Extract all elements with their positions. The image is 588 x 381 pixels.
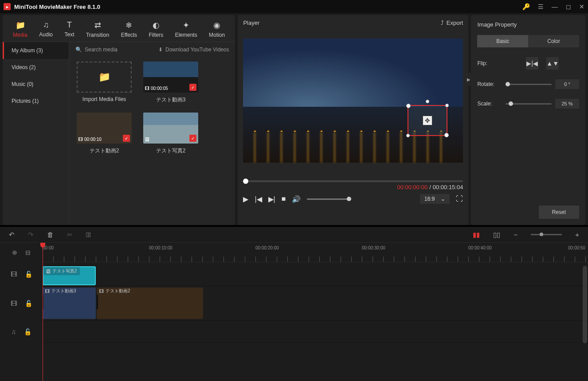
timeline-tracks[interactable]: 00:00 00:00:10:00 00:00:20:00 00:00:30:0… (43, 243, 588, 381)
scale-label: Scale: (477, 101, 502, 107)
tab-transition[interactable]: ⇄Transition (84, 18, 111, 41)
move-icon[interactable]: ✥ (423, 116, 432, 125)
window-minimize-icon[interactable]: — (552, 3, 558, 10)
tool-tabs: 📁Media ♫Audio TText ⇄Transition ❄Effects… (3, 15, 235, 42)
timeline-toolbar: ↶ ↷ 🗑 ✂ ✂⃞ ▮▮ ▯▯ − + (0, 227, 588, 243)
timeline-panel: ↶ ↷ 🗑 ✂ ✂⃞ ▮▮ ▯▯ − + ⊕ ⊟ 🎞 🔓 (0, 225, 588, 381)
library-categories: My Album (3) Videos (2) Music (0) Pictur… (3, 42, 69, 225)
tab-color[interactable]: Color (528, 35, 579, 47)
tab-media[interactable]: 📁Media (11, 18, 29, 41)
stop-button[interactable]: ■ (282, 195, 286, 203)
volume-slider[interactable] (307, 198, 351, 200)
image-icon: 🖼 (145, 137, 149, 142)
category-music[interactable]: Music (0) (3, 76, 69, 93)
add-track-button[interactable]: ⊕ (12, 249, 17, 256)
rotate-label: Rotate: (477, 81, 502, 87)
flip-vertical-button[interactable]: ▲▼ (546, 57, 559, 70)
volume-icon[interactable]: 🔊 (292, 195, 301, 203)
media-item[interactable]: 🎞00:00:05 ✓ テスト動画3 (142, 62, 200, 104)
tab-motion[interactable]: ◉Motion (207, 18, 227, 41)
delete-button[interactable]: 🗑 (47, 231, 54, 238)
swap-icon: ⇄ (94, 20, 101, 30)
zoom-out-button[interactable]: − (514, 231, 517, 238)
remove-track-button[interactable]: ⊟ (25, 249, 31, 256)
media-item[interactable]: 🎞00:00:10 ✓ テスト動画2 (75, 113, 133, 155)
scale-value[interactable]: 25 % (555, 99, 579, 109)
window-maximize-icon[interactable]: ◻ (566, 3, 571, 10)
player-title: Player (243, 19, 440, 26)
tab-text[interactable]: TText (63, 18, 76, 41)
tab-audio[interactable]: ♫Audio (37, 18, 55, 41)
overlay-clip[interactable]: 🖼テスト写真2 (43, 266, 96, 285)
property-panel: ▶ Image Property Basic Color Flip: ▶|◀ ▲… (471, 15, 585, 225)
seek-bar[interactable] (243, 180, 463, 182)
video-clip[interactable]: 🎞テスト動画3 (43, 288, 96, 319)
preview-canvas[interactable]: ✥ (243, 39, 463, 163)
search-media[interactable]: 🔍 Search media (75, 47, 154, 53)
video-icon: 🎞 (145, 86, 149, 91)
category-my-album[interactable]: My Album (3) (3, 42, 69, 59)
tab-effects[interactable]: ❄Effects (119, 18, 139, 41)
lock-icon[interactable]: 🔓 (24, 328, 31, 335)
playhead[interactable] (43, 243, 43, 381)
lock-icon[interactable]: 🔓 (25, 271, 32, 278)
undo-button[interactable]: ↶ (9, 231, 15, 239)
upgrade-key-icon[interactable]: 🔑 (522, 3, 530, 10)
window-close-icon[interactable]: ✕ (579, 3, 584, 10)
tab-basic[interactable]: Basic (477, 35, 528, 47)
video-icon: 🎞 (99, 289, 104, 294)
flip-horizontal-button[interactable]: ▶|◀ (526, 57, 538, 70)
rotate-value[interactable]: 0 ° (555, 79, 579, 89)
export-button[interactable]: ⤴ Export (441, 19, 463, 26)
music-icon: ♫ (43, 20, 49, 30)
search-placeholder: Search media (85, 47, 118, 53)
chevron-down-icon: ⌄ (441, 196, 445, 202)
property-title: Image Property (477, 21, 579, 28)
player-panel: Player ⤴ Export ✥ 00:00:00:00 (238, 15, 468, 225)
filters-icon: ◐ (153, 20, 160, 30)
motion-icon: ◉ (213, 20, 220, 30)
redo-button[interactable]: ↷ (28, 231, 34, 239)
download-icon: ⬇ (158, 47, 163, 53)
export-icon: ⤴ (441, 19, 444, 26)
download-youtube-link[interactable]: ⬇ Download YouTube Videos (158, 47, 229, 53)
crop-button[interactable]: ✂⃞ (86, 231, 91, 238)
fullscreen-icon[interactable]: ⛶ (456, 195, 463, 203)
menu-icon[interactable]: ☰ (538, 3, 544, 10)
rotate-slider[interactable] (506, 84, 552, 85)
timeline-ruler[interactable]: 00:00 00:00:10:00 00:00:20:00 00:00:30:0… (43, 243, 588, 262)
magnet-on-icon[interactable]: ▮▮ (473, 231, 480, 239)
folder-icon: 📁 (98, 71, 110, 83)
lock-icon[interactable]: 🔓 (25, 300, 32, 307)
prev-frame-button[interactable]: |◀ (255, 195, 262, 203)
zoom-slider[interactable] (531, 234, 562, 235)
aspect-ratio-select[interactable]: 16:9 ⌄ (420, 194, 450, 204)
star-icon: ✦ (183, 20, 189, 30)
overlay-transform-box[interactable]: ✥ (408, 105, 447, 136)
text-icon: T (67, 20, 72, 30)
collapse-properties-button[interactable]: ▶ (466, 73, 471, 86)
video-icon: 🎞 (78, 137, 83, 142)
tab-elements[interactable]: ✦Elements (173, 18, 199, 41)
zoom-in-button[interactable]: + (575, 231, 579, 238)
play-button[interactable]: ▶ (243, 195, 248, 203)
total-time: 00:00:15:04 (433, 184, 463, 190)
audio-track-icon: ♫ (11, 328, 16, 335)
tab-filters[interactable]: ◐Filters (147, 18, 165, 41)
check-icon: ✓ (123, 135, 130, 142)
media-item[interactable]: 🖼 ✓ テスト写真2 (142, 113, 200, 155)
timeline-scrollbar[interactable] (583, 266, 587, 377)
app-logo: ▸ (4, 3, 11, 10)
category-pictures[interactable]: Pictures (1) (3, 93, 69, 109)
app-title: MiniTool MovieMaker Free 8.1.0 (14, 4, 522, 10)
import-media-button[interactable]: 📁 Import Media Files (75, 62, 133, 104)
split-button[interactable]: ✂ (67, 231, 73, 239)
video-clip[interactable]: 🎞テスト動画2 (97, 288, 203, 319)
magnet-icon[interactable]: ▯▯ (493, 231, 500, 239)
effects-icon: ❄ (125, 20, 132, 30)
scale-slider[interactable] (506, 103, 552, 105)
video-track-icon: 🎞 (11, 300, 17, 307)
category-videos[interactable]: Videos (2) (3, 59, 69, 76)
next-frame-button[interactable]: ▶| (268, 195, 275, 203)
reset-button[interactable]: Reset (539, 206, 579, 219)
